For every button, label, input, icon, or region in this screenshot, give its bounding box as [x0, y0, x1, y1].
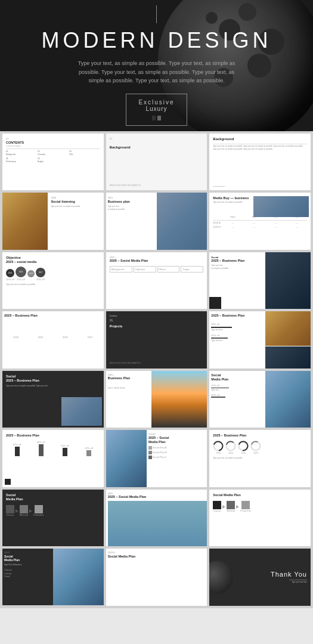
- contents-item-2: 02.Concepts: [38, 150, 68, 156]
- ty-sub: Type your text here: [271, 581, 307, 584]
- slide-social-bplan1[interactable]: Social 2025 – Business Plan Type your te…: [209, 252, 311, 309]
- slide-media-buy[interactable]: Media Buy — business Type your text, as …: [209, 193, 311, 249]
- pg-grid: [108, 501, 206, 518]
- hero-dot-1: [152, 116, 156, 120]
- hero-box-sub: Luxury: [138, 106, 174, 112]
- si-content: Social 2025 – SocialMedia Plan Social Pl…: [148, 432, 205, 459]
- ty-title: Thank You: [271, 571, 307, 578]
- ty-text: Thank You Type your text here: [271, 571, 307, 584]
- smp1-boxes: Background Objective Planet Target: [110, 266, 204, 273]
- slide-background1[interactable]: 01. Background BACKGROUND RESEARCH: [106, 134, 207, 190]
- contents-title: CONTENTS: [6, 141, 100, 145]
- contents-item-3: 03.Plan: [69, 150, 100, 156]
- donut-charts-row: 79% 35% 74%: [213, 441, 307, 455]
- hero-subtitle: Type your text, as simple as possible. T…: [73, 59, 240, 85]
- social-listening-img: [2, 193, 48, 249]
- slides-grid: 01. CONTENTS Contents & targets 01.Backg…: [0, 131, 313, 608]
- bp1-content: 2021 Business plan Type your text,as sim…: [108, 196, 130, 210]
- bp2-title: 2025 – Business Plan: [4, 314, 102, 318]
- bg-label: 01.: [110, 137, 204, 141]
- slide-social-listening[interactable]: 2020 Social listening Type your text, as…: [2, 193, 104, 249]
- donut-title: 2025 – Business Plan: [213, 434, 307, 438]
- bp3-img2: [265, 346, 311, 368]
- sbp1-corner-box: [209, 297, 221, 309]
- hero-line-divider: [156, 5, 157, 23]
- hero-dot-2: [157, 116, 161, 120]
- bg-subtitle: BACKGROUND RESEARCH: [110, 184, 141, 187]
- slide-arrows-social[interactable]: Social Media Plan Classic Minimal Powerl…: [209, 490, 311, 546]
- social-listening-content: 2020 Social listening Type your text, as…: [51, 196, 101, 208]
- hero-slide: MODERN DESIGN Type your text, as simple …: [0, 0, 313, 131]
- pg-title: 2025 – Social Media Plan: [108, 495, 206, 499]
- slide-business-city[interactable]: 2025 – Business Plan 2017 2018 2019: [106, 371, 207, 428]
- slide-business-plan3[interactable]: 2025 – Business Plan 50% off Type text h…: [209, 311, 311, 368]
- bp3-img1: [265, 311, 311, 345]
- sbp1-img: [265, 252, 311, 309]
- hero-box: Exclusive Luxury: [126, 94, 187, 126]
- slide-social-media-plan1[interactable]: 2025 – 2025 – Social Media Plan Backgrou…: [106, 252, 207, 309]
- bg2-title: Background: [213, 137, 307, 142]
- bg2-body: Type your text, as simple as possible. T…: [213, 145, 307, 150]
- hero-title: MODERN DESIGN: [41, 28, 271, 53]
- slide-objective[interactable]: Objective2025 – social media 2024 20% of…: [2, 252, 104, 309]
- slide-social-dark[interactable]: Social2025 – Business Plan Type your tex…: [2, 371, 104, 428]
- contents-item-4: 04.Performance: [6, 157, 36, 163]
- sbp1-content: Social 2025 – Business Plan Type your te…: [211, 256, 244, 270]
- dark-social2-items: Classic Minimal Powerline: [6, 505, 100, 517]
- si-img: [106, 430, 147, 487]
- arr-title: Social Media Plan: [213, 493, 307, 497]
- slide-donut-charts[interactable]: 2025 – Business Plan 79% 35%: [209, 430, 311, 487]
- obj-circles: 2024 20% off 2025 25% off 2026 –: [6, 267, 100, 281]
- dark-social-img: [61, 397, 102, 426]
- bp2-years: 2024 2025 2026 2027: [4, 336, 102, 339]
- contents-item-5: 05.Budget: [38, 157, 68, 163]
- pct-row-bars: 67% off 84% off 57% off 42% off: [6, 441, 100, 456]
- slide-dark-social2[interactable]: SocialMedia Plan Classic Minimal Powerli…: [2, 490, 104, 546]
- si2-images: [108, 561, 206, 578]
- slide-photo-grid[interactable]: 2025 2025 – Social Media Plan: [106, 490, 207, 546]
- bg-title: Background: [110, 145, 204, 150]
- dark-social-body: Type your text, as simple as possible. T…: [6, 385, 100, 388]
- obj-body: Type your text, as simple as possible.: [6, 283, 100, 286]
- hero-box-title: Exclusive: [138, 99, 174, 106]
- hero-dots: [138, 116, 174, 120]
- sml-img: [53, 549, 104, 605]
- pct-icon: [5, 479, 11, 485]
- dark-social-title: Social2025 – Business Plan: [6, 374, 100, 383]
- slide-dark-content[interactable]: Content 01. Projects BACKGROUND RESEARCH: [106, 311, 207, 368]
- contents-sub: Contents & targets: [6, 145, 100, 147]
- city-img: [151, 371, 207, 428]
- smp1-title: 2025 – Social Media Plan: [110, 259, 204, 263]
- slide-social-media-right[interactable]: SocialMedia Plan 50% off Type text 40% o…: [209, 371, 311, 428]
- slide-business-plan1[interactable]: 2021 Business plan Type your text,as sim…: [106, 193, 207, 249]
- bp2-images: [4, 320, 102, 335]
- donut-body: Type your text, as simple as possible.: [213, 457, 307, 460]
- dark-title: Projects: [110, 324, 204, 329]
- dark-num: 01.: [110, 318, 204, 322]
- slide-thank-you[interactable]: Thank You Type your text here: [209, 549, 311, 605]
- pct-row-title: 2025 – Business Plan: [6, 434, 100, 438]
- ty-moon-container: [209, 549, 250, 605]
- smr-img: [265, 371, 311, 428]
- contents-grid: 01.Background 02.Concepts 03.Plan 04.Per…: [6, 150, 100, 163]
- dark-subtitle: BACKGROUND RESEARCH: [110, 361, 141, 365]
- bg2-bar: [213, 186, 225, 187]
- slide-background2[interactable]: Background Type your text, as simple as …: [209, 134, 311, 190]
- contents-item-1: 01.Background: [6, 150, 36, 156]
- arr-items: Classic Minimal Powerline: [213, 501, 307, 513]
- slide-social-media-left[interactable]: 2023 SocialMedia Plan Style First & Busi…: [2, 549, 104, 605]
- slide-social-images2[interactable]: 2023% Social Media Plan: [106, 549, 207, 605]
- slide-business-plan2[interactable]: 2025 – Business Plan 2024 2025 2026 2027: [2, 311, 104, 368]
- bp1-img: [157, 193, 207, 249]
- slide-contents[interactable]: 01. CONTENTS Contents & targets 01.Backg…: [2, 134, 104, 190]
- ty-moon: [209, 561, 233, 593]
- dark-label: Content: [110, 315, 204, 317]
- dark-social2-title: SocialMedia Plan: [6, 493, 100, 501]
- slide-social-images[interactable]: Social 2025 – SocialMedia Plan Social Pl…: [106, 430, 207, 487]
- obj-title: Objective2025 – social media: [6, 256, 100, 264]
- slide-percent-row[interactable]: 2025 – Business Plan 67% off 84% off 57%…: [2, 430, 104, 487]
- ty-line: [289, 580, 307, 580]
- si2-title: Social Media Plan: [108, 555, 206, 559]
